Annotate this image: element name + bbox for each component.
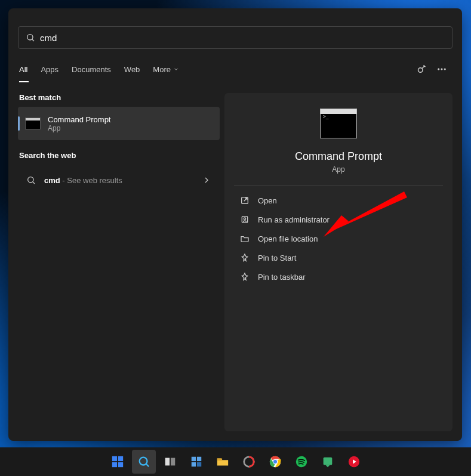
search-box[interactable] bbox=[18, 26, 452, 49]
svg-rect-32 bbox=[323, 458, 332, 465]
preview-title: Command Prompt bbox=[295, 150, 382, 163]
svg-point-4 bbox=[441, 69, 442, 70]
svg-point-6 bbox=[28, 177, 33, 183]
active-tab-indicator bbox=[19, 81, 29, 82]
svg-rect-25 bbox=[217, 459, 221, 461]
divider bbox=[234, 186, 443, 186]
svg-rect-13 bbox=[112, 456, 116, 461]
search-icon bbox=[26, 33, 35, 42]
chrome-button[interactable] bbox=[263, 450, 287, 474]
best-match-title: Command Prompt bbox=[48, 115, 110, 124]
open-icon bbox=[240, 196, 250, 205]
svg-line-18 bbox=[146, 464, 149, 467]
more-options-button[interactable] bbox=[432, 60, 451, 79]
svg-rect-16 bbox=[118, 462, 122, 467]
app-icon-2[interactable] bbox=[316, 450, 340, 474]
search-icon bbox=[26, 175, 36, 185]
web-result-text: cmd - See web results bbox=[44, 176, 122, 185]
svg-point-5 bbox=[444, 69, 445, 70]
search-web-heading: Search the web bbox=[19, 151, 218, 160]
action-pin-to-start[interactable]: Pin to Start bbox=[234, 248, 443, 267]
svg-rect-14 bbox=[118, 456, 122, 461]
results-column: Best match Command Prompt App Search the… bbox=[18, 93, 220, 431]
pin-icon bbox=[240, 272, 250, 282]
preview-subtitle: App bbox=[332, 165, 344, 174]
file-explorer-button[interactable] bbox=[211, 450, 235, 474]
svg-rect-20 bbox=[170, 458, 174, 466]
svg-point-10 bbox=[244, 218, 245, 220]
app-icon-1[interactable] bbox=[237, 450, 261, 474]
svg-point-17 bbox=[139, 458, 147, 465]
app-icon-3[interactable] bbox=[342, 450, 366, 474]
svg-rect-15 bbox=[112, 462, 116, 467]
widgets-button[interactable] bbox=[184, 450, 208, 474]
svg-point-0 bbox=[27, 35, 33, 40]
action-run-as-administrator[interactable]: Run as administrator bbox=[234, 210, 443, 229]
svg-rect-21 bbox=[191, 457, 195, 461]
best-match-subtitle: App bbox=[48, 124, 110, 132]
task-view-button[interactable] bbox=[158, 450, 182, 474]
filter-tabs: All Apps Documents Web More bbox=[18, 60, 452, 79]
shield-icon bbox=[240, 215, 250, 224]
svg-rect-24 bbox=[196, 462, 201, 466]
svg-rect-19 bbox=[165, 458, 169, 466]
filter-tab-more[interactable]: More bbox=[153, 65, 179, 74]
taskbar bbox=[0, 447, 471, 476]
start-button[interactable] bbox=[106, 450, 130, 474]
search-scope-icon[interactable] bbox=[413, 60, 432, 79]
chevron-right-icon bbox=[202, 175, 211, 185]
svg-line-1 bbox=[32, 39, 34, 41]
best-match-result[interactable]: Command Prompt App bbox=[18, 107, 220, 140]
pin-icon bbox=[240, 253, 250, 262]
command-prompt-icon bbox=[25, 118, 41, 129]
action-pin-to-taskbar[interactable]: Pin to taskbar bbox=[234, 267, 443, 286]
filter-tab-all[interactable]: All bbox=[19, 65, 27, 74]
svg-point-3 bbox=[438, 69, 439, 70]
action-open-file-location[interactable]: Open file location bbox=[234, 229, 443, 248]
web-search-result[interactable]: cmd - See web results bbox=[18, 167, 220, 193]
chevron-down-icon bbox=[173, 66, 179, 72]
best-match-heading: Best match bbox=[19, 93, 218, 102]
svg-rect-23 bbox=[191, 462, 195, 466]
spotify-button[interactable] bbox=[290, 450, 313, 474]
start-search-panel: All Apps Documents Web More Best match C… bbox=[8, 8, 462, 441]
filter-tab-web[interactable]: Web bbox=[124, 65, 140, 74]
folder-icon bbox=[240, 234, 250, 243]
search-input[interactable] bbox=[40, 27, 445, 48]
svg-rect-22 bbox=[196, 457, 201, 461]
svg-point-2 bbox=[418, 68, 423, 73]
preview-pane: Command Prompt App Open Run as administr… bbox=[224, 93, 452, 431]
action-list: Open Run as administrator Open file loca… bbox=[234, 191, 443, 286]
filter-tab-apps[interactable]: Apps bbox=[41, 65, 59, 74]
command-prompt-icon bbox=[320, 109, 357, 138]
search-button[interactable] bbox=[132, 450, 156, 474]
action-open[interactable]: Open bbox=[234, 191, 443, 210]
filter-tab-documents[interactable]: Documents bbox=[72, 65, 111, 74]
svg-line-7 bbox=[33, 182, 35, 184]
